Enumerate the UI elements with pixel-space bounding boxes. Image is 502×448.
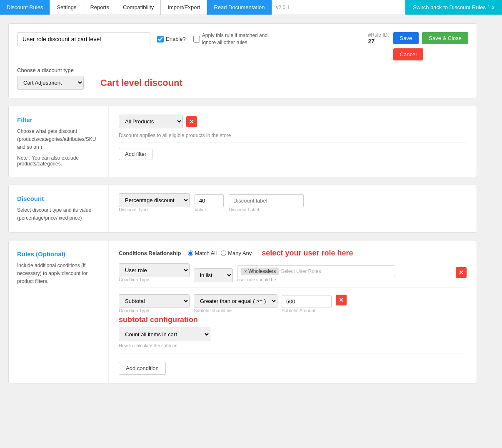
filter-inner: Filter Choose what gets discount (produc…	[9, 106, 477, 177]
cond1-type-select[interactable]: User role Subtotal Cart items count	[119, 263, 190, 277]
cond2-amount-input[interactable]	[282, 295, 332, 308]
save-buttons-row: Save Save & Close	[393, 32, 468, 44]
count-select[interactable]: Count all items in cart Count unique ite…	[119, 328, 210, 341]
cond1-type-sublabel: Condition Type	[119, 277, 190, 282]
cond2-should-sublabel: Subtotal should be	[194, 308, 277, 313]
discount-right: Percentage discount Fixed discount Fixed…	[109, 185, 477, 232]
cond1-op-col: in list not in list	[194, 268, 233, 282]
rules-left: Rules (Optional) Include additional cond…	[9, 240, 109, 383]
apply-ignore-label: Apply this rule if matched and ignore al…	[202, 32, 269, 46]
cond2-type-select[interactable]: Subtotal User role Cart items count	[119, 294, 190, 308]
filter-section-desc: Choose what gets discount (products/cate…	[17, 128, 100, 152]
enable-checkbox-wrap: Enable?	[157, 36, 186, 43]
cond1-val-sublabel: user role should be	[237, 277, 452, 282]
rule-header: Enable? Apply this rule if matched and i…	[17, 32, 468, 60]
rules-divider	[119, 353, 467, 353]
filter-divider	[119, 143, 467, 143]
conditions-header: Conditions Relationship Match All Many A…	[119, 249, 467, 258]
cond2-op-select[interactable]: Greater than or equal ( >= ) Less than E…	[194, 294, 277, 308]
add-filter-button[interactable]: Add filter	[119, 148, 152, 160]
switch-back-button[interactable]: Switch back to Discount Rules 1.x	[405, 0, 502, 15]
main-content: Enable? Apply this rule if matched and i…	[0, 15, 485, 399]
cond2-type-col: Subtotal User role Cart items count Cond…	[119, 294, 190, 313]
rule-id-value: 27	[368, 38, 389, 45]
discount-value-input[interactable]	[195, 194, 224, 207]
tab-discount-rules[interactable]: Discount Rules	[0, 0, 50, 15]
filter-section-note: Note : You can also exclude products/cat…	[17, 155, 100, 167]
apply-ignore-wrap: Apply this rule if matched and ignore al…	[193, 32, 269, 46]
save-button[interactable]: Save	[393, 32, 419, 44]
cond2-op-col: Greater than or equal ( >= ) Less than E…	[194, 294, 277, 313]
cond1-tag-input[interactable]: × Wholesalers Select User Roles	[237, 265, 395, 277]
cancel-button[interactable]: Cancel	[393, 48, 423, 60]
match-all-radio[interactable]	[188, 250, 193, 256]
how-calc-label: How to calculate the subtotal	[119, 343, 467, 348]
many-any-label: Many Any	[228, 250, 252, 256]
count-select-row: Count all items in cart Count unique ite…	[119, 328, 467, 348]
match-all-label: Match All	[195, 250, 217, 256]
discount-type-sel[interactable]: Percentage discount Fixed discount Fixed…	[119, 193, 190, 207]
tab-compatibility[interactable]: Compatibility	[116, 0, 161, 15]
discount-section-desc: Select discount type and its value (perc…	[17, 206, 100, 222]
filter-card: Filter Choose what gets discount (produc…	[8, 106, 477, 177]
discount-type-col: Percentage discount Fixed discount Fixed…	[119, 193, 190, 212]
conditions-label: Conditions Relationship	[119, 250, 181, 256]
tab-import-export[interactable]: Import/Export	[161, 0, 207, 15]
tab-read-documentation[interactable]: Read Documentation	[207, 0, 272, 15]
cond1-val-col: × Wholesalers Select User Roles user rol…	[237, 265, 452, 282]
cond1-op-select[interactable]: in list not in list	[194, 268, 233, 282]
save-close-button[interactable]: Save & Close	[422, 32, 468, 44]
cond1-type-col: User role Subtotal Cart items count Cond…	[119, 263, 190, 282]
discount-type-sublabel: Discount Type	[119, 207, 190, 212]
many-any-radio[interactable]	[221, 250, 226, 256]
rules-card: Rules (Optional) Include additional cond…	[8, 240, 477, 383]
version-label: v2.0.1	[272, 0, 294, 15]
cond1-placeholder: Select User Roles	[281, 268, 321, 274]
filter-left: Filter Choose what gets discount (produc…	[9, 106, 109, 177]
cond2-amount-col: Subtotal Amount	[282, 295, 332, 313]
rule-header-card: Enable? Apply this rule if matched and i…	[8, 23, 477, 98]
add-condition-button[interactable]: Add condition	[119, 362, 166, 375]
tag-label: × Wholesalers	[244, 268, 276, 274]
discount-value-col: Value	[195, 194, 224, 212]
discount-label-input[interactable]	[229, 194, 304, 207]
filter-hint: Discount applies to all eligible product…	[119, 132, 467, 138]
discount-type-row: Cart Adjustment Product Discount Buy X G…	[17, 76, 468, 90]
cond2-remove-button[interactable]: ✕	[336, 295, 347, 305]
discount-card: Discount Select discount type and its va…	[8, 185, 477, 233]
tab-reports[interactable]: Reports	[83, 0, 116, 15]
wholesalers-tag: × Wholesalers	[241, 268, 279, 275]
discount-label-col: Discount Label	[229, 194, 304, 212]
cond1-remove-button[interactable]: ✕	[456, 267, 467, 278]
choose-discount-type-label: Choose a discount type	[17, 67, 468, 73]
condition-row-1: User role Subtotal Cart items count Cond…	[119, 263, 467, 288]
cond2-type-sublabel: Condition Type	[119, 308, 190, 313]
rules-inner: Rules (Optional) Include additional cond…	[9, 240, 477, 383]
rules-section-desc: Include additional conditions (if necess…	[17, 262, 100, 286]
rule-title-input[interactable]	[17, 32, 150, 46]
enable-checkbox[interactable]	[157, 36, 164, 43]
discount-inputs: Percentage discount Fixed discount Fixed…	[119, 193, 467, 212]
top-nav: Discount Rules Settings Reports Compatib…	[0, 0, 502, 15]
rule-id-area: #Rule ID: 27	[368, 32, 389, 45]
rules-section-title: Rules (Optional)	[17, 250, 100, 258]
cart-level-title: Cart level discount	[100, 78, 182, 88]
discount-type-select[interactable]: Cart Adjustment Product Discount Buy X G…	[17, 76, 84, 90]
enable-label: Enable?	[166, 36, 186, 42]
discount-value-sublabel: Value	[195, 207, 224, 212]
discount-left: Discount Select discount type and its va…	[9, 185, 109, 232]
apply-ignore-checkbox[interactable]	[193, 36, 200, 43]
filter-remove-button[interactable]: ✕	[186, 116, 197, 127]
match-all-radio-label[interactable]: Match All	[188, 250, 217, 256]
discount-inner: Discount Select discount type and its va…	[9, 185, 477, 232]
condition-row-2: Subtotal User role Cart items count Cond…	[119, 294, 467, 348]
radio-group: Match All Many Any	[188, 250, 252, 256]
many-any-radio-label[interactable]: Many Any	[221, 250, 252, 256]
filter-type-select[interactable]: All Products Specific Products Product C…	[119, 115, 183, 128]
action-buttons: Save Save & Close Cancel	[393, 32, 468, 60]
tab-settings[interactable]: Settings	[50, 0, 83, 15]
filter-section-title: Filter	[17, 116, 100, 123]
subtotal-config-title: subtotal configuration	[119, 315, 467, 324]
cond2-amount-sublabel: Subtotal Amount	[282, 308, 332, 313]
discount-type-section: Choose a discount type Cart Adjustment P…	[17, 67, 468, 90]
